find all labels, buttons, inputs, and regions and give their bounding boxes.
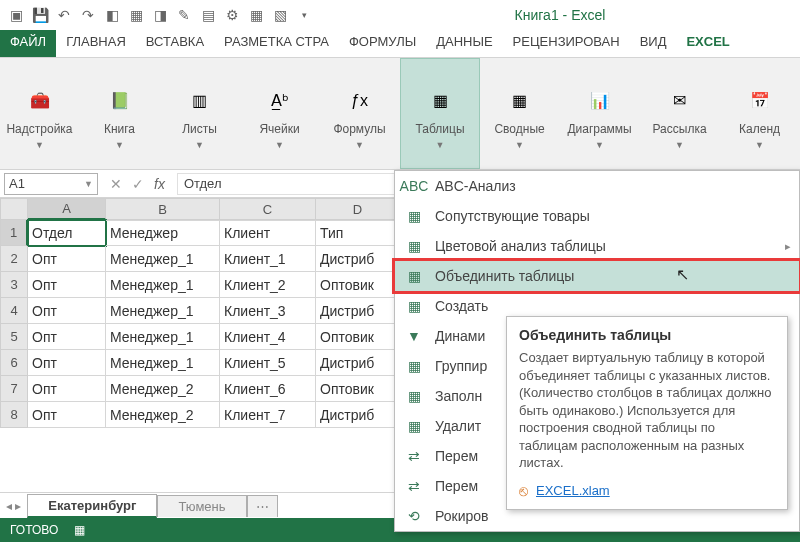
cell[interactable]: Опт — [28, 350, 106, 376]
cell[interactable]: Клиент_2 — [220, 272, 316, 298]
cell[interactable]: Дистриб — [316, 246, 400, 272]
cell[interactable]: Отдел — [28, 220, 106, 246]
qat-btn-7[interactable]: ▧ — [270, 5, 290, 25]
qat-btn-5[interactable]: ▤ — [198, 5, 218, 25]
cancel-icon[interactable]: ✕ — [110, 176, 122, 192]
cell[interactable]: Клиент_7 — [220, 402, 316, 428]
menu-item-icon: ▦ — [405, 357, 423, 375]
ribbon-tab[interactable]: РАЗМЕТКА СТРА — [214, 30, 339, 57]
undo-icon[interactable]: ↶ — [54, 5, 74, 25]
cell[interactable]: Менеджер_2 — [106, 402, 220, 428]
row-header[interactable]: 7 — [0, 376, 28, 402]
ribbon-button-таблицы[interactable]: ▦Таблицы▼ — [400, 58, 480, 169]
ribbon-tab[interactable]: ВИД — [630, 30, 677, 57]
row-header[interactable]: 6 — [0, 350, 28, 376]
cell[interactable]: Оптовик — [316, 272, 400, 298]
cell[interactable]: Дистриб — [316, 350, 400, 376]
cell[interactable]: Менеджер_1 — [106, 246, 220, 272]
redo-icon[interactable]: ↷ — [78, 5, 98, 25]
add-sheet-button[interactable]: ⋯ — [247, 495, 278, 517]
ribbon-tab[interactable]: ФАЙЛ — [0, 30, 56, 57]
sheet-tab[interactable]: Тюмень — [157, 495, 246, 517]
cell[interactable]: Клиент — [220, 220, 316, 246]
cell[interactable]: Клиент_3 — [220, 298, 316, 324]
ribbon-tab[interactable]: ВСТАВКА — [136, 30, 214, 57]
cell[interactable]: Дистриб — [316, 298, 400, 324]
cell[interactable]: Опт — [28, 324, 106, 350]
cell[interactable]: Менеджер_1 — [106, 272, 220, 298]
cell[interactable]: Клиент_1 — [220, 246, 316, 272]
cell[interactable]: Клиент_6 — [220, 376, 316, 402]
select-all-corner[interactable] — [0, 198, 28, 220]
row-header[interactable]: 3 — [0, 272, 28, 298]
ribbon-button-сводные[interactable]: ▦Сводные▼ — [480, 58, 560, 169]
sheet-nav[interactable]: ◂ ▸ — [0, 499, 27, 513]
ribbon-tab[interactable]: РЕЦЕНЗИРОВАН — [503, 30, 630, 57]
cell[interactable]: Оптовик — [316, 324, 400, 350]
ribbon-tab[interactable]: ФОРМУЛЫ — [339, 30, 426, 57]
cell[interactable]: Клиент_4 — [220, 324, 316, 350]
cell[interactable]: Менеджер_1 — [106, 298, 220, 324]
ribbon-tab[interactable]: EXCEL — [676, 30, 739, 57]
qat-btn-2[interactable]: ▦ — [126, 5, 146, 25]
qat-btn-6[interactable]: ▦ — [246, 5, 266, 25]
row-header[interactable]: 4 — [0, 298, 28, 324]
ribbon-icon: ▥ — [182, 83, 218, 119]
cell[interactable]: Тип — [316, 220, 400, 246]
qat-overflow-icon[interactable]: ▾ — [294, 5, 314, 25]
ribbon-button-ячейки[interactable]: A̲ᵇЯчейки▼ — [240, 58, 320, 169]
column-header[interactable]: D — [316, 198, 400, 220]
ribbon-tab[interactable]: ГЛАВНАЯ — [56, 30, 136, 57]
menu-item[interactable]: ▦Сопутствующие товары — [395, 201, 799, 231]
menu-item[interactable]: AВCABC-Анализ — [395, 171, 799, 201]
ribbon-button-книга[interactable]: 📗Книга▼ — [80, 58, 160, 169]
ribbon-button-надстройка[interactable]: 🧰Надстройка▼ — [0, 58, 80, 169]
cell[interactable]: Дистриб — [316, 402, 400, 428]
cell[interactable]: Опт — [28, 376, 106, 402]
row-header[interactable]: 1 — [0, 220, 28, 246]
ribbon-button-листы[interactable]: ▥Листы▼ — [160, 58, 240, 169]
macro-record-icon[interactable]: ▦ — [74, 523, 85, 537]
tooltip-link[interactable]: EXCEL.xlam — [536, 483, 610, 498]
ribbon-button-диаграммы[interactable]: 📊Диаграммы▼ — [560, 58, 640, 169]
cell[interactable]: Менеджер_1 — [106, 324, 220, 350]
fx-icon[interactable]: fx — [154, 176, 165, 192]
ribbon-button-календ[interactable]: 📅Календ▼ — [720, 58, 800, 169]
cell[interactable]: Опт — [28, 298, 106, 324]
menu-item-label: Перем — [435, 478, 478, 494]
ribbon-button-формулы[interactable]: ƒxФормулы▼ — [320, 58, 400, 169]
chevron-down-icon: ▼ — [595, 140, 604, 150]
cell[interactable]: Менеджер_2 — [106, 376, 220, 402]
qat-btn-3[interactable]: ◨ — [150, 5, 170, 25]
sheet-tab-active[interactable]: Екатеринбург — [27, 494, 157, 518]
chevron-down-icon[interactable]: ▼ — [84, 179, 93, 189]
column-header[interactable]: C — [220, 198, 316, 220]
cell[interactable]: Опт — [28, 402, 106, 428]
menu-item-label: Динами — [435, 328, 485, 344]
cell[interactable]: Оптовик — [316, 376, 400, 402]
qat-btn-4[interactable]: ✎ — [174, 5, 194, 25]
ribbon-button-рассылка[interactable]: ✉Рассылка▼ — [640, 58, 720, 169]
menu-item-label: Перем — [435, 448, 478, 464]
row-header[interactable]: 5 — [0, 324, 28, 350]
ribbon-label: Таблицы — [416, 123, 465, 136]
menu-item[interactable]: ▦Цветовой анализ таблицы — [395, 231, 799, 261]
save-icon[interactable]: 💾 — [30, 5, 50, 25]
gear-icon[interactable]: ⚙ — [222, 5, 242, 25]
row-header[interactable]: 8 — [0, 402, 28, 428]
cell[interactable]: Клиент_5 — [220, 350, 316, 376]
row-header[interactable]: 2 — [0, 246, 28, 272]
column-header[interactable]: B — [106, 198, 220, 220]
enter-icon[interactable]: ✓ — [132, 176, 144, 192]
cell[interactable]: Опт — [28, 246, 106, 272]
qat-btn-1[interactable]: ◧ — [102, 5, 122, 25]
cell[interactable]: Менеджер — [106, 220, 220, 246]
ribbon-label: Ячейки — [259, 123, 299, 136]
ribbon-tab[interactable]: ДАННЫЕ — [426, 30, 502, 57]
column-header[interactable]: A — [28, 198, 106, 220]
menu-item[interactable]: ▦Объединить таблицы↖ — [395, 261, 799, 291]
menu-item-icon: ⇄ — [405, 447, 423, 465]
cell[interactable]: Менеджер_1 — [106, 350, 220, 376]
cell[interactable]: Опт — [28, 272, 106, 298]
name-box[interactable]: A1 ▼ — [4, 173, 98, 195]
